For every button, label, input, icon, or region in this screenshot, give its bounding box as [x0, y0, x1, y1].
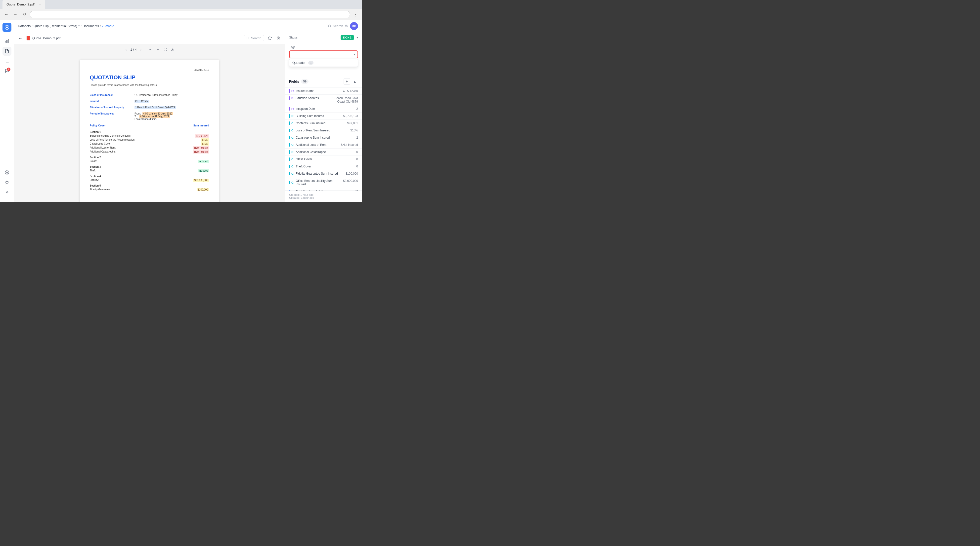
doc-search-box[interactable]: Search [243, 35, 264, 41]
field-name: C: Theft Cover [289, 165, 356, 168]
field-label: Additional Loss of Rent [296, 143, 326, 146]
doc-class-row: Class of Insurance: GC Residential Strat… [90, 94, 209, 96]
field-indicator [289, 165, 290, 168]
doc-scroll[interactable]: 08 April, 2019 QUOTATION SLIP Please pro… [14, 55, 285, 202]
svg-point-14 [328, 25, 330, 27]
sidebar-item-list[interactable] [3, 57, 11, 65]
breadcrumb-documents[interactable]: Documents [83, 24, 99, 28]
tags-section: Tags quotation ▾ Quotation 1 [285, 43, 362, 61]
field-row: B: Total Number of Units 45 [285, 188, 362, 190]
fields-title-label: Fields [289, 79, 299, 84]
doc-refresh-button[interactable] [266, 35, 274, 42]
field-name: C: Contents Sum Insured [289, 121, 347, 125]
footer-updated: Updated: 1 hour ago [289, 196, 358, 199]
breadcrumb-chevron-icon[interactable]: ▾ [78, 24, 80, 28]
status-badge[interactable]: DONE [340, 35, 354, 40]
doc-section2: Section 2 [90, 156, 209, 159]
collapse-fields-button[interactable]: ▲ [352, 78, 358, 85]
field-name: C: Catastrophe Sum Insured [289, 136, 356, 140]
sidebar-expand-button[interactable] [3, 188, 11, 197]
doc-class-label: Class of Insurance: [90, 94, 135, 96]
search-label: Search [333, 24, 343, 28]
doc-back-button[interactable]: ← [17, 35, 24, 42]
back-button[interactable]: ← [3, 11, 10, 18]
browser-tab-bar: Quote_Demo_2.pdf + [0, 0, 362, 9]
doc-search-placeholder: Search [251, 36, 261, 40]
top-bar-search[interactable]: Search ⌘/ [328, 24, 348, 28]
field-name: P: Inception Date [289, 107, 356, 111]
sidebar-item-settings[interactable] [3, 168, 11, 177]
doc-situation-row: Situation of Insured Property: 1 Beach R… [90, 106, 209, 109]
zoom-in-button[interactable]: + [154, 46, 161, 53]
field-indicator [289, 172, 290, 175]
browser-menu-icon[interactable]: ⋮ [352, 11, 359, 18]
sidebar-item-stars[interactable] [3, 178, 11, 187]
doc-section4: Section 4 [90, 175, 209, 178]
doc-situation-label: Situation of Insured Property: [90, 106, 135, 109]
field-name: C: Additional Loss of Rent [289, 143, 341, 146]
breadcrumb-quote-slip[interactable]: Quote Slip (Residential Strata) [33, 24, 77, 28]
field-row: P: Situation Address 1 Beach Road Gold C… [285, 95, 362, 105]
status-chevron-icon[interactable]: ▾ [356, 36, 358, 39]
field-indicator [289, 114, 290, 118]
field-indicator [289, 121, 290, 125]
sidebar-item-chart[interactable] [3, 37, 11, 46]
field-indicator [289, 150, 290, 154]
zoom-out-button[interactable]: − [147, 46, 154, 53]
app-logo[interactable] [3, 23, 11, 32]
field-value: 0 [356, 157, 358, 161]
doc-delete-button[interactable] [274, 35, 282, 42]
fit-button[interactable] [162, 46, 169, 53]
field-indicator [289, 96, 290, 100]
field-row: C: Additional Loss of Rent $Not Insured [285, 141, 362, 149]
status-section: Status DONE ▾ [285, 32, 362, 43]
field-label: Office Bearers Liability Sum Insured [296, 179, 343, 186]
download-button[interactable] [170, 46, 176, 53]
sidebar-item-flag[interactable]: 1 [3, 67, 11, 76]
user-avatar[interactable]: BB [350, 22, 358, 30]
refresh-button[interactable]: ↻ [21, 11, 28, 18]
tab-add-button[interactable]: + [38, 2, 41, 7]
field-value: $9,703,123 [343, 114, 358, 118]
field-indicator [289, 89, 290, 93]
doc-filename: Quote_Demo_2.pdf [32, 36, 60, 40]
field-prefix: C: [291, 181, 294, 184]
add-field-button[interactable]: + [344, 78, 350, 85]
sidebar-item-document[interactable] [3, 47, 11, 56]
svg-marker-13 [5, 181, 9, 184]
field-value: 1 Beach Road Gold Coast Qld 4879 [326, 96, 358, 103]
field-prefix: C: [291, 143, 294, 146]
svg-point-12 [6, 172, 8, 173]
prev-page-button[interactable]: ‹ [123, 46, 129, 53]
field-prefix: C: [291, 165, 294, 168]
next-page-button[interactable]: › [138, 46, 144, 53]
doc-class-value: GC Residential Strata Insurance Policy [135, 94, 178, 96]
tag-option-count: 1 [308, 61, 313, 65]
field-row: C: Contents Sum Insured $97,031 [285, 120, 362, 127]
tag-input[interactable]: quotation [289, 51, 358, 58]
field-value: $15% [350, 129, 358, 132]
field-indicator [289, 181, 290, 184]
table-row: Fidelity Guarantee: $100,000 [90, 188, 209, 191]
field-name: C: Building Sum Insured [289, 114, 343, 118]
field-row: C: Glass Cover 0 [285, 156, 362, 163]
search-shortcut: ⌘/ [345, 24, 348, 28]
field-name: C: Loss of Rent Sum Insured [289, 129, 350, 132]
table-row: Liability: $20,000,000 [90, 179, 209, 182]
field-value: $2,000,000 [343, 179, 358, 183]
tag-option[interactable]: Quotation 1 [290, 59, 358, 67]
browser-tab[interactable]: Quote_Demo_2.pdf + [3, 0, 45, 9]
field-value: 0 [356, 165, 358, 168]
field-label: Additional Catastrophe [296, 150, 326, 154]
doc-date: 08 April, 2019 [90, 68, 209, 71]
field-value: 2 [356, 107, 358, 111]
field-row: C: Additional Catastrophe 0 [285, 149, 362, 156]
field-label: Insured Name [296, 89, 314, 93]
table-row: Catastrophe Cover: $15% [90, 142, 209, 146]
address-bar[interactable] [30, 11, 350, 18]
field-name: C: Fidelity Guarantee Sum Insured [289, 172, 345, 175]
breadcrumb-datasets[interactable]: Datasets [18, 24, 30, 28]
field-row: P: Inception Date 2 [285, 105, 362, 113]
tag-dropdown: Quotation 1 [289, 59, 358, 67]
forward-button[interactable]: → [12, 11, 19, 18]
